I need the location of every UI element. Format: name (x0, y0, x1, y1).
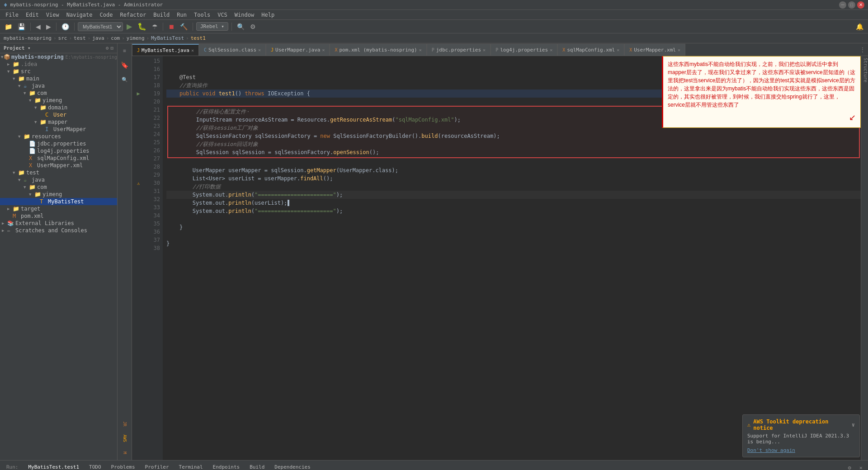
tree-item-jdbc-props[interactable]: 📄 jdbc.properties (0, 140, 117, 147)
menu-run[interactable]: Run (173, 11, 190, 19)
nav-test[interactable]: test (74, 35, 86, 41)
code-editor[interactable]: 这些东西mybatis不能自动给我们实现，之前，我们把也以测试活中拿到mappe… (163, 56, 861, 460)
tab-log4j-properties[interactable]: P log4j.properties ✕ (491, 44, 557, 56)
build-button[interactable]: 🔨 (178, 22, 189, 31)
tree-item-mybatistest[interactable]: T MyBatisTest (0, 198, 117, 205)
menu-window[interactable]: Window (231, 11, 258, 19)
inspect-icon[interactable]: 🔍 (119, 74, 130, 85)
bottom-panel-close-icon[interactable]: ✕ (856, 463, 866, 470)
tree-item-com-main[interactable]: ▼ 📁 com (0, 89, 117, 97)
tree-item-target[interactable]: ▶ 📁 target (0, 205, 117, 212)
menu-file[interactable]: File (2, 11, 22, 19)
tab-sqlsession-class[interactable]: C SqlSession.class ✕ (199, 44, 266, 56)
bottom-tab-dependencies[interactable]: Dependencies (270, 462, 315, 470)
tab-close-sqlsession[interactable]: ✕ (258, 47, 261, 52)
toolbar-recent-button[interactable]: 🕐 (60, 22, 71, 31)
tree-item-usermapper-xml[interactable]: X UserMapper.xml (0, 162, 117, 169)
tree-item-java-test[interactable]: ▼ ☕ java (0, 176, 117, 183)
bottom-tab-problems[interactable]: Problems (107, 462, 140, 470)
search-everywhere-button[interactable]: 🔍 (235, 22, 246, 31)
bottom-panel-settings-icon[interactable]: ⚙ (844, 463, 855, 470)
aws-notification-expand-icon[interactable]: ∨ (852, 422, 855, 428)
bookmark-icon[interactable]: 🔖 (119, 60, 130, 70)
run-with-coverage-button[interactable]: ☂ (150, 22, 160, 31)
tab-usermapper-java[interactable]: J UserMapper.java ✕ (266, 44, 330, 56)
tab-close-log4j[interactable]: ✕ (550, 47, 552, 52)
menu-refactor[interactable]: Refactor (116, 11, 150, 19)
structure-icon[interactable]: ≡ (119, 45, 130, 56)
tree-item-root[interactable]: ▼ 📦 mybatis-nospring E:\mybatis-nospring (0, 53, 117, 61)
tree-item-resources[interactable]: ▼ 📁 resources (0, 133, 117, 140)
bottom-tab-endpoints[interactable]: Endpoints (208, 462, 245, 470)
tree-item-src[interactable]: ▼ 📁 src (0, 68, 117, 75)
tab-close-sqlmapconfig[interactable]: ✕ (617, 47, 619, 52)
debug-button[interactable]: 🐛 (136, 21, 148, 32)
minimize-button[interactable]: ─ (839, 1, 846, 9)
tab-close-pom[interactable]: ✕ (419, 47, 422, 52)
toolbar-back-button[interactable]: ◀ (34, 22, 42, 31)
tree-item-main[interactable]: ▼ 📁 main (0, 75, 117, 82)
sidebar-gear-icon[interactable]: ⚙ (106, 45, 109, 51)
settings-button[interactable]: ⚙ (248, 22, 258, 31)
tab-close-usermapper[interactable]: ✕ (322, 47, 325, 52)
structure-label[interactable]: Structure (861, 56, 868, 84)
menu-help[interactable]: Help (258, 11, 278, 19)
nav-project[interactable]: mybatis-nospring (4, 35, 52, 41)
run-config-dropdown[interactable]: MyBatisTest1 (78, 22, 123, 31)
tab-close-usermapper-xml[interactable]: ✕ (678, 47, 680, 52)
menu-vcs[interactable]: VCS (214, 11, 231, 19)
toolbar-open-button[interactable]: 📁 (3, 22, 14, 31)
tab-close-jdbc[interactable]: ✕ (483, 47, 486, 52)
menu-navigate[interactable]: Navigate (63, 11, 96, 19)
menu-build[interactable]: Build (150, 11, 173, 19)
stop-button[interactable]: ⏹ (166, 22, 176, 31)
tree-item-user-class[interactable]: C User (0, 111, 117, 118)
nav-test1[interactable]: test1 (191, 35, 206, 41)
tree-item-mapper[interactable]: ▼ 📁 mapper (0, 118, 117, 126)
tree-item-domain[interactable]: ▼ 📁 domain (0, 104, 117, 111)
tree-item-com-test[interactable]: ▼ 📁 com (0, 183, 117, 191)
tree-item-log4j-props[interactable]: 📄 log4j.properties (0, 147, 117, 155)
menu-view[interactable]: View (42, 11, 63, 19)
tab-mybatistest-java[interactable]: J MyBatisTest.java ✕ (132, 44, 199, 56)
tree-item-sqlmapconfig[interactable]: X sqlMapConfig.xml (0, 155, 117, 162)
window-controls[interactable]: ─ □ ✕ (839, 1, 864, 9)
menu-edit[interactable]: Edit (22, 11, 42, 19)
toolbar-forward-button[interactable]: ▶ (44, 22, 53, 31)
bottom-tab-terminal[interactable]: Terminal (175, 462, 208, 470)
gutter-19-run[interactable]: ▶ (132, 89, 145, 98)
tab-jdbc-properties[interactable]: P jdbc.properties ✕ (427, 44, 491, 56)
run-gutter-icon[interactable]: ▶ (137, 90, 140, 97)
run-button[interactable]: ▶ (125, 21, 134, 32)
tree-item-external-libs[interactable]: ▶ 📚 External Libraries (0, 220, 117, 227)
bottom-tab-profiler[interactable]: Profiler (141, 462, 174, 470)
tree-item-idea[interactable]: ▶ 📁 .idea (0, 61, 117, 68)
nav-src[interactable]: src (58, 35, 67, 41)
tab-close-mybatistest[interactable]: ✕ (191, 48, 194, 53)
maximize-button[interactable]: □ (848, 1, 855, 9)
updates-button[interactable]: 🔔 (854, 22, 865, 31)
nav-com[interactable]: com (111, 35, 120, 41)
close-button[interactable]: ✕ (857, 1, 864, 9)
tree-item-yimeng-main[interactable]: ▼ 📁 yimeng (0, 97, 117, 104)
aws-dont-show-button[interactable]: Don't show again (747, 447, 795, 453)
nav-java[interactable]: java (92, 35, 104, 41)
tree-item-test[interactable]: ▼ 📁 test (0, 169, 117, 176)
sidebar-collapse-icon[interactable]: ⊟ (110, 45, 113, 51)
menu-tools[interactable]: Tools (190, 11, 214, 19)
nav-yimeng[interactable]: yimeng (127, 35, 145, 41)
toolbar-save-button[interactable]: 💾 (16, 22, 27, 31)
menu-code[interactable]: Code (96, 11, 117, 19)
bottom-tab-build[interactable]: Build (245, 462, 269, 470)
bottom-tab-todo[interactable]: TODO (85, 462, 106, 470)
jrebel-icon[interactable]: JR (119, 418, 130, 429)
nav-mybatistest[interactable]: MyBatisTest (151, 35, 184, 41)
tree-item-pom[interactable]: M pom.xml (0, 212, 117, 220)
jrebel-dropdown[interactable]: JRebel ▾ (196, 22, 228, 31)
tree-item-usermapper[interactable]: I UserMapper (0, 126, 117, 133)
bottom-tab-mybatistest[interactable]: MyBatisTest.test1 (24, 462, 84, 470)
tab-usermapper-xml[interactable]: X UserMapper.xml ✕ (624, 44, 685, 56)
tree-item-yimeng-test[interactable]: ▼ 📁 yimeng (0, 191, 117, 198)
tree-item-scratches[interactable]: ▶ ✏ Scratches and Consoles (0, 227, 117, 234)
aws-icon[interactable]: AWS (119, 433, 130, 444)
